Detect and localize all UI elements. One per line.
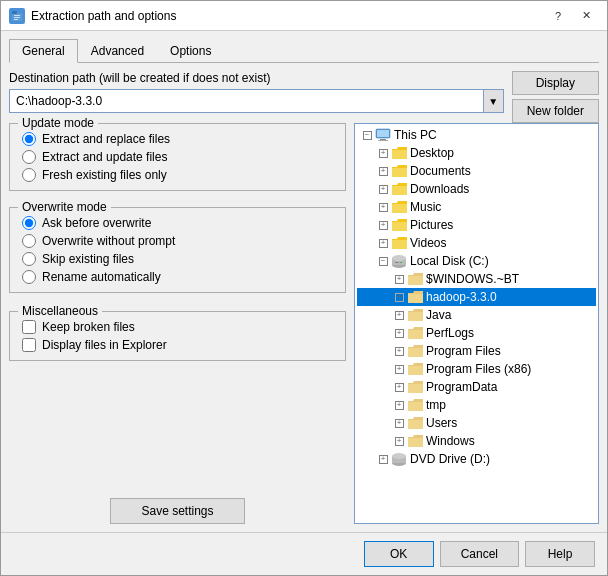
tree-item-java[interactable]: + Java (357, 306, 596, 324)
help-titlebar-button[interactable]: ? (545, 6, 571, 26)
tree-item-hadoop[interactable]: + hadoop-3.3.0 (357, 288, 596, 306)
title-bar-controls: ? ✕ (545, 6, 599, 26)
destination-input-row: ▼ (9, 89, 504, 113)
expand-programdata[interactable]: + (391, 379, 407, 395)
svg-rect-4 (14, 19, 18, 20)
miscellaneous-group: Miscellaneous Keep broken files Display … (9, 311, 346, 361)
expand-windows[interactable]: + (391, 433, 407, 449)
checkbox-keep-broken: Keep broken files (22, 320, 333, 334)
tree-item-windows-bt[interactable]: + $WINDOWS.~BT (357, 270, 596, 288)
expand-program-files[interactable]: + (391, 343, 407, 359)
expand-tmp[interactable]: + (391, 397, 407, 413)
tree-item-local-disk-c[interactable]: − Local Disk (C:) (357, 252, 596, 270)
downloads-folder-icon (391, 181, 407, 197)
checkbox-display-explorer-input[interactable] (22, 338, 36, 352)
tree-item-windows[interactable]: + Windows (357, 432, 596, 450)
new-folder-button[interactable]: New folder (512, 99, 599, 123)
destination-input[interactable] (9, 89, 484, 113)
tree-label-videos: Videos (410, 236, 446, 250)
checkbox-display-explorer-label[interactable]: Display files in Explorer (42, 338, 167, 352)
folder-tree[interactable]: − This PC + (354, 123, 599, 524)
close-button[interactable]: ✕ (573, 6, 599, 26)
expand-dvd-drive[interactable]: + (375, 451, 391, 467)
radio-ask-before-label[interactable]: Ask before overwrite (42, 216, 151, 230)
tree-label-dvd-drive: DVD Drive (D:) (410, 452, 490, 466)
tree-item-program-files[interactable]: + Program Files (357, 342, 596, 360)
tree-item-program-files-x86[interactable]: + Program Files (x86) (357, 360, 596, 378)
expand-desktop[interactable]: + (375, 145, 391, 161)
svg-point-11 (392, 255, 406, 261)
tab-options[interactable]: Options (157, 39, 224, 63)
expand-pictures[interactable]: + (375, 217, 391, 233)
radio-rename-auto-input[interactable] (22, 270, 36, 284)
expand-documents[interactable]: + (375, 163, 391, 179)
expand-hadoop[interactable]: + (391, 289, 407, 305)
svg-rect-1 (12, 11, 17, 14)
radio-overwrite-without-input[interactable] (22, 234, 36, 248)
tree-label-program-files-x86: Program Files (x86) (426, 362, 531, 376)
radio-fresh-existing-label[interactable]: Fresh existing files only (42, 168, 167, 182)
tab-general[interactable]: General (9, 39, 78, 63)
computer-icon (375, 127, 391, 143)
tree-item-programdata[interactable]: + ProgramData (357, 378, 596, 396)
radio-extract-update-label[interactable]: Extract and update files (42, 150, 167, 164)
radio-rename-auto: Rename automatically (22, 270, 333, 284)
radio-fresh-existing: Fresh existing files only (22, 168, 333, 182)
dvd-drive-icon (391, 451, 407, 467)
radio-overwrite-without: Overwrite without prompt (22, 234, 333, 248)
tree-item-perflogs[interactable]: + PerfLogs (357, 324, 596, 342)
display-button[interactable]: Display (512, 71, 599, 95)
ok-button[interactable]: OK (364, 541, 434, 567)
tree-item-desktop[interactable]: + Desktop (357, 144, 596, 162)
expand-java[interactable]: + (391, 307, 407, 323)
tree-item-downloads[interactable]: + Downloads (357, 180, 596, 198)
tree-item-this-pc[interactable]: − This PC (357, 126, 596, 144)
tree-item-dvd-drive[interactable]: + DVD Drive (D:) (357, 450, 596, 468)
cancel-button[interactable]: Cancel (440, 541, 519, 567)
radio-rename-auto-label[interactable]: Rename automatically (42, 270, 161, 284)
tree-item-tmp[interactable]: + tmp (357, 396, 596, 414)
expand-this-pc[interactable]: − (359, 127, 375, 143)
app-icon (9, 8, 25, 24)
help-button[interactable]: Help (525, 541, 595, 567)
destination-dropdown-button[interactable]: ▼ (484, 89, 504, 113)
radio-extract-replace-input[interactable] (22, 132, 36, 146)
expand-program-files-x86[interactable]: + (391, 361, 407, 377)
main-content: Update mode Extract and replace files Ex… (9, 123, 599, 524)
right-panel: − This PC + (354, 123, 599, 524)
tree-item-music[interactable]: + Music (357, 198, 596, 216)
radio-overwrite-without-label[interactable]: Overwrite without prompt (42, 234, 175, 248)
overwrite-mode-label: Overwrite mode (18, 200, 111, 214)
svg-rect-3 (14, 17, 20, 18)
radio-ask-before: Ask before overwrite (22, 216, 333, 230)
radio-fresh-existing-input[interactable] (22, 168, 36, 182)
tree-label-java: Java (426, 308, 451, 322)
expand-music[interactable]: + (375, 199, 391, 215)
tree-label-windows-bt: $WINDOWS.~BT (426, 272, 519, 286)
radio-skip-existing-label[interactable]: Skip existing files (42, 252, 134, 266)
tree-item-users[interactable]: + Users (357, 414, 596, 432)
tree-item-videos[interactable]: + Videos (357, 234, 596, 252)
radio-ask-before-input[interactable] (22, 216, 36, 230)
expand-perflogs[interactable]: + (391, 325, 407, 341)
radio-extract-replace-label[interactable]: Extract and replace files (42, 132, 170, 146)
radio-skip-existing-input[interactable] (22, 252, 36, 266)
tree-item-documents[interactable]: + Documents (357, 162, 596, 180)
expand-users[interactable]: + (391, 415, 407, 431)
checkbox-keep-broken-input[interactable] (22, 320, 36, 334)
tab-advanced[interactable]: Advanced (78, 39, 157, 63)
expand-downloads[interactable]: + (375, 181, 391, 197)
expand-videos[interactable]: + (375, 235, 391, 251)
checkbox-keep-broken-label[interactable]: Keep broken files (42, 320, 135, 334)
title-bar: Extraction path and options ? ✕ (1, 1, 607, 31)
tree-label-documents: Documents (410, 164, 471, 178)
radio-extract-update: Extract and update files (22, 150, 333, 164)
expand-windows-bt[interactable]: + (391, 271, 407, 287)
java-folder-icon (407, 307, 423, 323)
tree-item-pictures[interactable]: + Pictures (357, 216, 596, 234)
expand-local-disk-c[interactable]: − (375, 253, 391, 269)
dialog-window: Extraction path and options ? ✕ General … (0, 0, 608, 576)
save-settings-button[interactable]: Save settings (110, 498, 244, 524)
radio-extract-update-input[interactable] (22, 150, 36, 164)
svg-rect-6 (377, 130, 389, 137)
